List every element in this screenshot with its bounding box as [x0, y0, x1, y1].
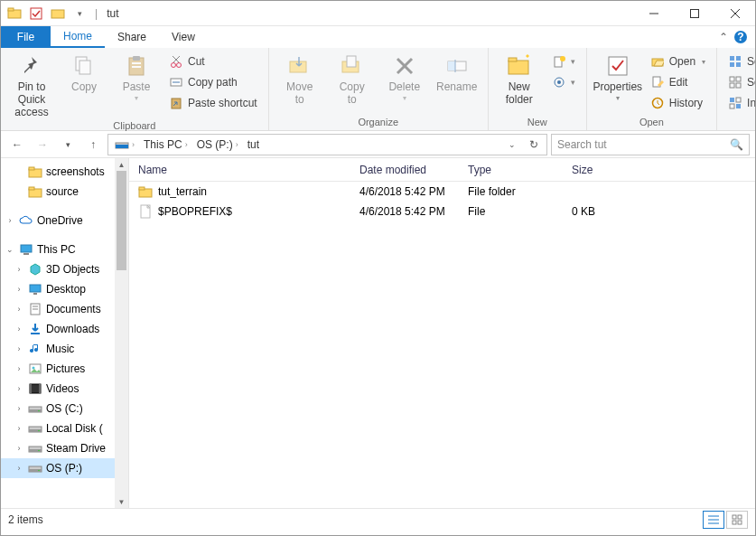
tree-twisty-icon[interactable]: › — [14, 444, 24, 453]
tree-node[interactable]: screenshots — [1, 162, 128, 182]
refresh-button[interactable]: ↻ — [523, 135, 545, 155]
qat-dropdown-icon[interactable]: ▾ — [70, 4, 89, 24]
address-bar[interactable]: › This PC› OS (P:)› tut ⌄ ↻ — [107, 134, 547, 155]
tree-node[interactable]: ›OneDrive — [1, 211, 128, 230]
svg-rect-32 — [509, 58, 517, 61]
help-icon[interactable]: ? — [733, 30, 748, 44]
history-button[interactable]: History — [645, 93, 711, 113]
sidebar-scrollbar[interactable]: ▲▼ — [115, 158, 128, 508]
open-button[interactable]: Open▾ — [645, 52, 711, 71]
svg-rect-58 — [29, 187, 34, 190]
select-none-button[interactable]: Select none — [723, 72, 756, 92]
nav-forward-button[interactable]: → — [32, 134, 53, 155]
tree-node[interactable]: ›Downloads — [1, 319, 128, 339]
properties-button[interactable]: Properties▾ — [593, 50, 643, 102]
minimize-button[interactable] — [633, 1, 674, 26]
nav-recent-button[interactable]: ▾ — [57, 134, 79, 155]
tab-file[interactable]: File — [1, 26, 51, 48]
easy-access-button[interactable]: ▾ — [546, 72, 581, 92]
paste-icon — [122, 52, 151, 80]
tree-twisty-icon[interactable]: › — [14, 464, 24, 473]
breadcrumb[interactable]: OS (P:)› — [192, 135, 243, 155]
tree-twisty-icon[interactable]: › — [14, 324, 24, 334]
tree-node[interactable]: ⌄This PC — [1, 240, 128, 259]
tree-twisty-icon[interactable]: › — [14, 305, 24, 314]
tab-view[interactable]: View — [159, 26, 208, 48]
svg-rect-52 — [736, 104, 741, 108]
tree-node[interactable]: ›Documents — [1, 299, 128, 319]
view-details-button[interactable] — [703, 511, 724, 529]
nav-back-button[interactable]: ← — [6, 134, 28, 155]
column-header-name[interactable]: Name — [129, 164, 350, 176]
search-icon: 🔍 — [730, 138, 743, 151]
paste-shortcut-button[interactable]: Paste shortcut — [163, 93, 263, 113]
addr-dropdown-icon[interactable]: ⌄ — [501, 135, 523, 155]
tree-twisty-icon[interactable]: ⌄ — [5, 245, 15, 254]
tree-node[interactable]: ›Music — [1, 339, 128, 359]
pin-quick-access-button[interactable]: Pin to Quick access — [6, 50, 57, 118]
folder-icon — [28, 165, 42, 179]
cloud-icon — [19, 213, 33, 228]
collapse-ribbon-icon[interactable]: ⌃ — [719, 31, 728, 43]
tree-node[interactable]: ›Videos — [1, 379, 128, 399]
breadcrumb[interactable]: This PC› — [139, 135, 192, 155]
svg-rect-61 — [30, 285, 41, 292]
tree-twisty-icon[interactable]: › — [14, 344, 24, 353]
copy-button[interactable]: Copy — [59, 50, 109, 94]
svg-rect-62 — [33, 293, 37, 295]
new-folder-button[interactable]: New folder — [494, 50, 545, 107]
tree-label: OS (C:) — [46, 402, 83, 415]
cut-button[interactable]: Cut — [163, 52, 263, 71]
tree-node[interactable]: ›OS (C:) — [1, 399, 128, 418]
tree-label: Desktop — [46, 283, 86, 296]
tree-node[interactable]: ›Local Disk ( — [1, 418, 128, 438]
rename-button[interactable]: Rename — [432, 50, 482, 94]
select-all-button[interactable]: Select all — [723, 52, 756, 71]
paste-button[interactable]: Paste▾ — [111, 50, 162, 102]
tab-share[interactable]: Share — [105, 26, 159, 48]
file-row[interactable]: tut_terrain4/6/2018 5:42 PMFile folder — [129, 182, 755, 202]
file-row[interactable]: $PBOPREFIX$4/6/2018 5:42 PMFile0 KB — [129, 202, 755, 221]
column-header-date[interactable]: Date modified — [350, 164, 459, 176]
tree-twisty-icon[interactable]: › — [5, 216, 15, 225]
tree-node[interactable]: ›Steam Drive — [1, 438, 128, 458]
svg-rect-14 — [132, 62, 141, 64]
close-button[interactable] — [714, 1, 755, 26]
tree-node[interactable]: source — [1, 182, 128, 202]
tree-twisty-icon[interactable]: › — [14, 384, 24, 393]
copy-path-button[interactable]: Copy path — [163, 72, 263, 92]
view-large-button[interactable] — [726, 511, 748, 529]
3d-icon — [28, 262, 42, 277]
tree-node[interactable]: ›3D Objects — [1, 259, 128, 279]
tree-label: Documents — [46, 303, 101, 315]
svg-rect-44 — [736, 62, 741, 67]
tab-home[interactable]: Home — [51, 26, 105, 48]
qat-properties-icon[interactable] — [26, 4, 46, 24]
tree-node[interactable]: ›Pictures — [1, 359, 128, 379]
tree-twisty-icon[interactable]: › — [14, 285, 24, 294]
search-input[interactable]: Search tut 🔍 — [551, 134, 750, 155]
open-icon — [650, 54, 665, 69]
copy-to-button[interactable]: Copy to — [327, 50, 378, 107]
tree-label: This PC — [37, 243, 76, 256]
tree-twisty-icon[interactable]: › — [14, 265, 24, 274]
qat-folder2-icon[interactable] — [48, 4, 68, 24]
svg-rect-25 — [347, 56, 356, 67]
column-header-type[interactable]: Type — [459, 164, 563, 176]
move-to-button[interactable]: Move to — [275, 50, 325, 107]
breadcrumb[interactable]: tut — [243, 135, 264, 155]
invert-selection-button[interactable]: Invert selection — [723, 93, 756, 113]
new-item-button[interactable]: ▾ — [546, 52, 581, 71]
maximize-button[interactable] — [674, 1, 714, 26]
edit-button[interactable]: Edit — [645, 72, 711, 92]
delete-button[interactable]: Delete▾ — [379, 50, 430, 102]
tree-node[interactable]: ›OS (P:) — [1, 458, 128, 478]
navigation-tree[interactable]: screenshotssource›OneDrive⌄This PC›3D Ob… — [1, 158, 129, 508]
tree-twisty-icon[interactable]: › — [14, 404, 24, 413]
tree-twisty-icon[interactable]: › — [14, 364, 24, 373]
svg-rect-5 — [690, 9, 698, 17]
column-header-size[interactable]: Size — [563, 164, 635, 176]
nav-up-button[interactable]: ↑ — [82, 134, 104, 155]
tree-node[interactable]: ›Desktop — [1, 279, 128, 299]
tree-twisty-icon[interactable]: › — [14, 424, 24, 433]
